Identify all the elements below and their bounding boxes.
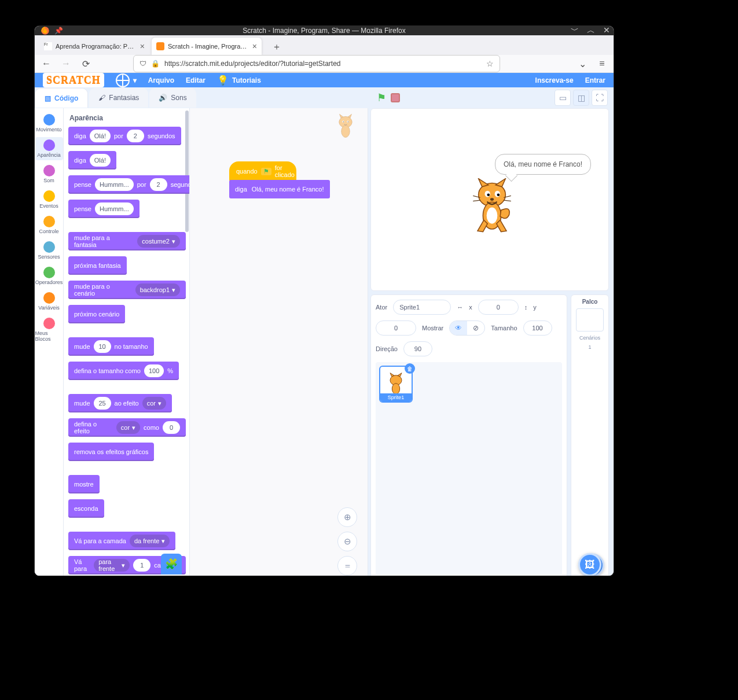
number-input[interactable]: 100	[144, 364, 164, 377]
palette-block-next-costume[interactable]: próxima fantasia	[68, 256, 127, 275]
category-aparência[interactable]: Aparência	[35, 137, 63, 160]
browser-tab[interactable]: Fr Aprenda Programação: Ponto ×	[39, 38, 149, 55]
stage-small-button[interactable]: ▭	[555, 90, 571, 106]
tab-close-icon[interactable]: ×	[252, 42, 257, 51]
lock-icon[interactable]: 🔒	[151, 60, 160, 68]
browser-tab-active[interactable]: Scratch - Imagine, Program, S ×	[152, 38, 262, 55]
text-input[interactable]: Olá!	[90, 130, 111, 142]
fullscreen-button[interactable]: ⛶	[592, 90, 608, 106]
zoom-reset-button[interactable]: ＝	[337, 556, 357, 576]
palette-block-switch-backdrop[interactable]: mude para o cenário backdrop1 ▾	[68, 281, 186, 299]
add-backdrop-button[interactable]: 🖼	[578, 553, 601, 576]
dropdown[interactable]: da frente ▾	[130, 535, 170, 547]
text-input[interactable]: Hummm...	[95, 202, 134, 215]
maximize-button[interactable]: ︿	[587, 26, 595, 36]
category-operadores[interactable]: Operadores	[35, 264, 63, 288]
category-sensores[interactable]: Sensores	[35, 239, 63, 262]
category-meus-blocos[interactable]: Meus Blocos	[35, 315, 63, 344]
palette-block-switch-costume[interactable]: mude para a fantasia costume2 ▾	[68, 232, 186, 250]
zoom-in-button[interactable]: ⊕	[337, 507, 357, 527]
text-input[interactable]: Hummm...	[95, 178, 134, 191]
category-eventos[interactable]: Eventos	[35, 188, 63, 211]
tab-costumes[interactable]: 🖌 Fantasias	[89, 88, 148, 108]
category-variáveis[interactable]: Variáveis	[35, 290, 63, 313]
code-workspace[interactable]: 🧩 quando ⚑ for clicado diga Olá, meu nom…	[190, 108, 368, 576]
backdrop-thumbnail[interactable]	[576, 308, 604, 331]
category-controle[interactable]: Controle	[35, 213, 63, 237]
sprite-x-input[interactable]	[478, 300, 519, 315]
category-dot	[43, 139, 55, 151]
palette-block-think-for[interactable]: pense Hummm... por 2 segundos	[68, 175, 190, 194]
minimize-button[interactable]: ﹀	[571, 26, 579, 36]
pocket-icon[interactable]: ⌄	[575, 57, 589, 71]
palette-scrollbar[interactable]	[185, 110, 189, 232]
dropdown[interactable]: cor ▾	[116, 421, 140, 434]
close-button[interactable]: ✕	[603, 26, 610, 36]
sprite-tile[interactable]: 🗑 Sprite1	[379, 366, 413, 403]
number-input[interactable]: 10	[94, 340, 111, 353]
hat-block-flag-clicked[interactable]: quando ⚑ for clicado	[229, 161, 296, 181]
language-button[interactable]: ▾	[116, 73, 137, 87]
number-input[interactable]: 25	[94, 397, 111, 410]
category-som[interactable]: Som	[35, 163, 63, 186]
show-button[interactable]: 👁	[450, 321, 467, 335]
palette-block-clear-effects[interactable]: remova os efeitos gráficos	[68, 443, 154, 461]
text-input[interactable]: Olá!	[90, 154, 111, 167]
text-input[interactable]: Olá, meu nome é Franco!	[252, 186, 324, 193]
category-dot	[43, 165, 55, 176]
dropdown[interactable]: costume2 ▾	[137, 235, 180, 248]
sprite-on-stage[interactable]	[469, 178, 515, 233]
signin-link[interactable]: Entrar	[585, 76, 605, 84]
url-bar[interactable]: 🛡 🔒 https://scratch.mit.edu/projects/edi…	[133, 55, 500, 72]
bookmark-icon[interactable]: ☆	[486, 59, 494, 68]
delete-sprite-button[interactable]: 🗑	[405, 363, 415, 374]
extension-button[interactable]: 🧩	[161, 554, 182, 574]
tab-close-icon[interactable]: ×	[140, 42, 145, 51]
dropdown[interactable]: para frente ▾	[94, 559, 130, 572]
palette-block-show[interactable]: mostre	[68, 475, 100, 493]
script-block-say[interactable]: diga Olá, meu nome é Franco!	[229, 180, 330, 198]
dropdown[interactable]: cor ▾	[142, 397, 166, 410]
palette-block-next-backdrop[interactable]: próximo cenário	[68, 305, 125, 323]
script[interactable]: quando ⚑ for clicado diga Olá, meu nome …	[229, 161, 330, 198]
palette-block-set-effect[interactable]: defina o efeito cor ▾ como 0	[68, 418, 186, 437]
tab-sounds[interactable]: 🔊 Sons	[149, 88, 196, 108]
palette-block-hide[interactable]: esconda	[68, 499, 104, 518]
reload-button[interactable]: ⟳	[79, 57, 93, 71]
category-movimento[interactable]: Movimento	[35, 112, 63, 135]
sprite-y-input[interactable]	[376, 320, 416, 336]
number-input[interactable]: 1	[133, 559, 150, 572]
hide-button[interactable]: ⊘	[467, 321, 484, 335]
stage[interactable]: Olá, meu nome é Franco!	[370, 108, 609, 291]
palette-block-say[interactable]: diga Olá!	[68, 151, 116, 170]
palette-block-say-for[interactable]: diga Olá! por 2 segundos	[68, 127, 181, 145]
pin-icon[interactable]: 📌	[54, 27, 63, 35]
palette-block-think[interactable]: pense Hummm...	[68, 200, 139, 218]
dropdown[interactable]: backdrop1 ▾	[135, 283, 180, 296]
palette-block-change-effect[interactable]: mude 25 ao efeito cor ▾	[68, 394, 172, 412]
tutorials-button[interactable]: 💡Tutoriais	[217, 75, 261, 86]
number-input[interactable]: 2	[150, 178, 167, 191]
new-tab-button[interactable]: ＋	[269, 39, 285, 55]
stop-button[interactable]	[391, 93, 400, 102]
shield-icon[interactable]: 🛡	[139, 60, 146, 68]
sprite-name-input[interactable]	[393, 300, 451, 315]
file-menu[interactable]: Arquivo	[148, 76, 174, 84]
back-button[interactable]: ←	[39, 57, 53, 71]
sprite-size-input[interactable]	[523, 320, 552, 336]
sprite-direction-input[interactable]	[403, 341, 432, 356]
block-palette[interactable]: Aparência diga Olá! por 2 segundos diga …	[64, 108, 190, 576]
edit-menu[interactable]: Editar	[186, 76, 205, 84]
signup-link[interactable]: Inscreva-se	[535, 76, 574, 84]
palette-block-go-layer[interactable]: Vá para a camada da frente ▾	[68, 532, 175, 550]
green-flag-button[interactable]: ⚑	[377, 91, 386, 104]
hamburger-menu-icon[interactable]: ≡	[595, 57, 609, 71]
number-input[interactable]: 0	[163, 421, 180, 434]
tab-code[interactable]: ▧ Código	[35, 88, 88, 108]
palette-block-change-size[interactable]: mude 10 no tamanho	[68, 337, 154, 356]
scratch-logo[interactable]: SCRATCH	[43, 73, 104, 87]
palette-block-set-size[interactable]: defina o tamanho como 100 %	[68, 362, 179, 380]
stage-large-button[interactable]: ◫	[573, 90, 589, 106]
zoom-out-button[interactable]: ⊖	[337, 532, 357, 551]
number-input[interactable]: 2	[127, 130, 144, 142]
